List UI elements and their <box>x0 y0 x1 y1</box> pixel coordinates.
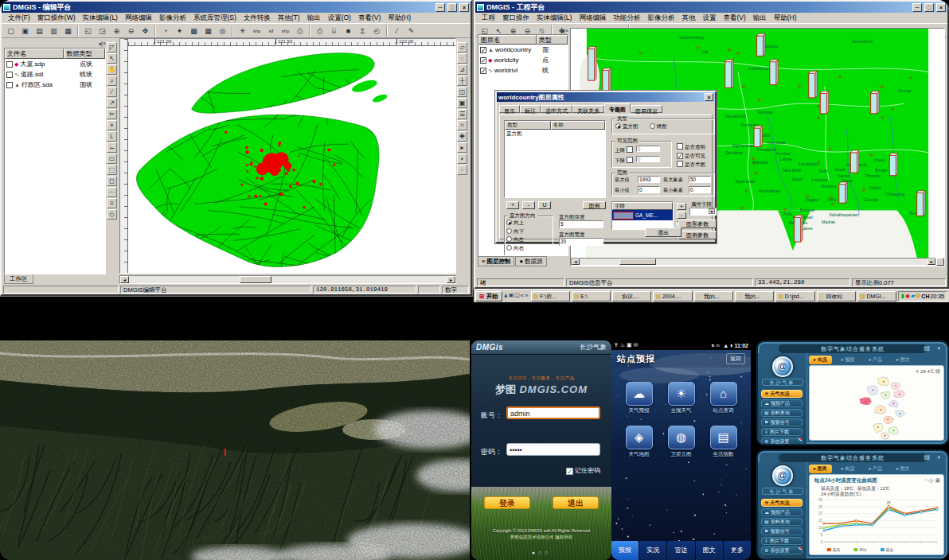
menu-item[interactable]: 网络编辑 <box>576 14 609 23</box>
row-checkbox[interactable]: ✓ <box>480 68 486 74</box>
remember-row[interactable]: ✓ 记住密码 <box>566 466 600 475</box>
app-shortcut[interactable]: ⌂站点查询 <box>702 382 744 414</box>
tool-button[interactable]: ◻ <box>107 176 117 186</box>
tool-button[interactable]: ┼ <box>457 76 467 86</box>
menu-item[interactable]: 影像分析 <box>644 14 678 23</box>
grid-icon[interactable]: ▦ <box>201 25 215 37</box>
district-region[interactable] <box>867 386 878 395</box>
max-field[interactable]: 1993 <box>638 176 660 183</box>
nav-tab-0[interactable]: 预报 <box>611 541 639 560</box>
file-col-type[interactable]: 数据类型 <box>64 49 105 59</box>
zoom-in-icon[interactable]: ⊕ <box>110 25 123 37</box>
content-tab-2[interactable]: ▸ 产品 <box>864 356 887 364</box>
row-checkbox[interactable] <box>6 61 13 68</box>
doc3-icon[interactable]: ▦ <box>61 25 75 37</box>
info-icon[interactable]: ◐ <box>937 344 941 352</box>
content-tab-0[interactable]: ▸ 实况 <box>809 356 832 364</box>
taskbar-task[interactable]: ▨ D:\jsd... <box>775 291 814 301</box>
menu-item[interactable]: 其他 <box>678 14 698 23</box>
content-tab-0[interactable]: ▸ 图表 <box>809 465 832 473</box>
menu-item[interactable]: 功能分析 <box>610 14 643 23</box>
max-px-field[interactable]: 50 <box>689 176 711 183</box>
panel-dock-controls[interactable]: ◂|× <box>478 28 568 34</box>
graphic-params-button[interactable]: 图形参数 <box>678 220 717 228</box>
tool-button[interactable]: ⬚ <box>107 165 117 175</box>
doc-icon[interactable]: ▤ <box>33 25 46 37</box>
img-icon[interactable]: ⌸ <box>327 25 341 37</box>
content-tab-3[interactable]: ▸ 图文 <box>892 465 915 473</box>
new-icon[interactable]: ▢ <box>4 25 18 37</box>
field-add-button[interactable]: + <box>677 203 686 210</box>
weather-map-icon[interactable]: ◈ <box>626 426 653 449</box>
app-shortcut[interactable]: ◈天气地图 <box>618 426 660 458</box>
app-shortcut[interactable]: ☀全国天气 <box>660 382 702 414</box>
clock-icon[interactable]: ◴ <box>370 25 384 37</box>
field-remove-button[interactable]: - <box>677 212 686 219</box>
direction-radio[interactable]: 向右 <box>506 244 551 253</box>
tool-button[interactable]: ◫ <box>457 87 467 97</box>
password-input[interactable]: ••••• <box>506 443 600 456</box>
map-hscrollbar[interactable]: ◂ ▸ <box>119 275 456 284</box>
close-button[interactable]: × <box>936 3 946 12</box>
direction-radio[interactable]: 向上 <box>506 219 551 228</box>
nav-tab-3[interactable]: 图文 <box>696 541 723 560</box>
legend-params-button[interactable]: 图例参数 <box>678 231 717 239</box>
app-shortcut[interactable]: ▤生活指数 <box>702 426 744 458</box>
sidebar-item-0[interactable]: ☀天气实况 <box>761 390 803 398</box>
row-checkbox[interactable]: ✓ <box>480 47 486 53</box>
dialog-tab-1[interactable]: 标注 <box>520 105 541 113</box>
content-tab-1[interactable]: ▸ 预报 <box>837 356 860 364</box>
table-row[interactable]: ✓◆worldcity点 <box>478 55 568 65</box>
maximize-button[interactable]: □ <box>924 3 934 12</box>
menu-item[interactable]: 输出 <box>750 14 770 23</box>
table-row[interactable]: ✓▲worldcountry面 <box>478 45 568 55</box>
sidebar-item-1[interactable]: ☁预报产品 <box>761 508 803 516</box>
nav-tab-4[interactable]: 更多 <box>724 541 751 560</box>
refresh-icon[interactable]: ◔ <box>158 25 172 37</box>
menu-item[interactable]: 文件(F) <box>5 14 33 23</box>
menu-item[interactable]: 查看(V) <box>720 14 748 23</box>
target-icon[interactable]: ◎ <box>216 25 229 37</box>
direction-radio[interactable]: 向下 <box>506 228 551 236</box>
tool-button[interactable]: ◦ <box>457 165 467 175</box>
content-tab-1[interactable]: ▸ 实况 <box>837 465 860 473</box>
sidebar-item-3[interactable]: ⚑预警信号 <box>761 527 803 535</box>
tool-button[interactable]: ⌗ <box>457 120 467 130</box>
tool-button[interactable]: ▸ <box>457 142 467 153</box>
legend-button[interactable]: 图例 <box>583 201 606 209</box>
panel-tab-layers[interactable]: ≡ 图层控制 <box>478 256 514 266</box>
menu-item[interactable]: 设置(O) <box>325 14 354 23</box>
satellite-cloud-icon[interactable]: ◍ <box>668 426 695 449</box>
sidebar-item-5[interactable]: ⚙系统设置 <box>761 438 803 445</box>
attr-field-dropdown[interactable]: ▼ <box>689 208 717 216</box>
dialog-tab-5[interactable]: 图层信息 <box>631 105 662 113</box>
menu-item[interactable]: 其他(T) <box>275 14 303 23</box>
district-region[interactable] <box>873 424 883 433</box>
tool-button[interactable]: ✂ <box>107 109 117 119</box>
sidebar-item-2[interactable]: ▤资料查询 <box>761 409 803 417</box>
app-shortcut[interactable]: ◍卫星云图 <box>660 426 702 458</box>
district-map[interactable] <box>810 372 943 440</box>
stop-icon[interactable]: ■ <box>342 25 355 37</box>
doc2-icon[interactable]: ▥ <box>47 25 61 37</box>
exit-button[interactable]: 退出 <box>645 228 681 237</box>
tool-button[interactable]: ≡ <box>107 198 117 208</box>
dialog-tab-2[interactable]: 选中方式 <box>541 105 572 113</box>
type-radio[interactable]: 饼图 <box>650 123 667 130</box>
table-row[interactable]: ✓∿worldrivl线 <box>478 65 568 76</box>
add-button[interactable]: + <box>506 201 519 209</box>
bar-width-field[interactable]: 20 <box>559 238 603 246</box>
table-row[interactable]: ▲行政区.sda面状 <box>5 80 105 90</box>
menu-item[interactable]: 窗口操作(W) <box>34 14 79 23</box>
flash-icon[interactable]: ✦ <box>173 25 186 37</box>
map-hscrollbar[interactable]: ◂ ▸ <box>571 258 936 266</box>
sidebar-item-3[interactable]: ⚑预警信号 <box>761 418 803 426</box>
menu-item[interactable]: 设置 <box>699 14 719 23</box>
shanghai-map[interactable] <box>128 46 456 269</box>
life-index-icon[interactable]: ▤ <box>710 426 737 449</box>
sum-icon[interactable]: Σ <box>356 25 369 37</box>
open-folder-icon[interactable]: ◱ <box>81 25 95 37</box>
file-col-name[interactable]: 文件名 <box>5 49 64 59</box>
taskbar-task[interactable]: ▨ DMGI... <box>857 291 896 301</box>
tool-button[interactable]: ▭ <box>107 154 117 164</box>
